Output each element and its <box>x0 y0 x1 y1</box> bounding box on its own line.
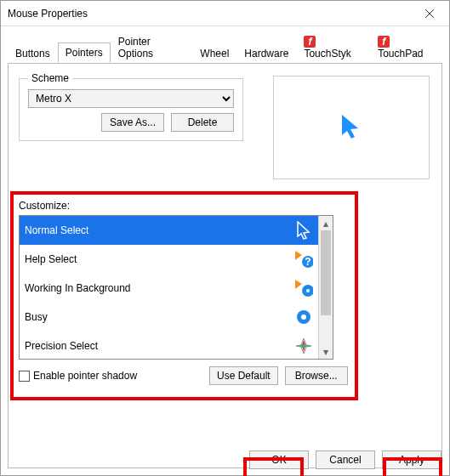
customize-label: Customize: <box>19 200 70 212</box>
cancel-button[interactable]: Cancel <box>316 450 375 469</box>
svg-marker-3 <box>298 222 309 239</box>
cursor-preview <box>273 76 430 179</box>
tabstrip: Buttons Pointers Pointer Options Wheel H… <box>1 26 449 63</box>
tab-wheel[interactable]: Wheel <box>192 43 236 63</box>
close-button[interactable] <box>410 1 449 26</box>
svg-point-9 <box>306 289 310 292</box>
list-item-normal-select[interactable]: Normal Select <box>20 216 318 245</box>
save-as-button[interactable]: Save As... <box>101 113 164 132</box>
scheme-legend: Scheme <box>28 72 72 84</box>
cursor-listbox[interactable]: Normal Select Help Select ? Working In B… <box>19 215 333 360</box>
list-item-working-background[interactable]: Working In Background <box>20 274 318 303</box>
svg-marker-14 <box>298 344 310 348</box>
arrow-cursor-icon <box>339 113 363 142</box>
synaptics-icon: f <box>304 36 316 48</box>
apply-button[interactable]: Apply <box>382 450 441 469</box>
svg-marker-4 <box>295 251 302 260</box>
list-item-busy[interactable]: Busy <box>20 303 318 332</box>
list-item-precision-select[interactable]: Precision Select <box>20 332 318 359</box>
scroll-thumb[interactable] <box>321 230 331 315</box>
mouse-properties-window: Mouse Properties Buttons Pointers Pointe… <box>0 0 450 476</box>
pointer-shadow-row: Enable pointer shadow <box>19 370 137 382</box>
titlebar: Mouse Properties <box>1 1 449 26</box>
svg-marker-2 <box>342 115 358 139</box>
close-icon <box>425 9 434 18</box>
svg-text:?: ? <box>305 256 310 268</box>
scroll-down-button[interactable]: ▾ <box>319 344 333 359</box>
listbox-scrollbar[interactable]: ▴ ▾ <box>318 216 333 359</box>
scheme-group: Scheme Metro X Save As... Delete <box>19 72 243 141</box>
tab-touchstyk[interactable]: fTouchStyk <box>296 31 370 63</box>
cursor-list-items: Normal Select Help Select ? Working In B… <box>20 216 318 359</box>
use-default-button[interactable]: Use Default <box>209 366 278 385</box>
working-cursor-icon <box>294 279 313 298</box>
tab-hardware[interactable]: Hardware <box>236 43 296 63</box>
window-title: Mouse Properties <box>8 8 88 20</box>
browse-button[interactable]: Browse... <box>285 366 348 385</box>
tab-touchpad[interactable]: fTouchPad <box>370 31 442 63</box>
tab-buttons[interactable]: Buttons <box>8 43 58 63</box>
pointer-shadow-label: Enable pointer shadow <box>33 370 137 382</box>
precision-cursor-icon <box>294 337 313 355</box>
dialog-buttons: OK Cancel Apply <box>249 450 441 469</box>
busy-cursor-icon <box>294 308 313 326</box>
delete-button[interactable]: Delete <box>171 113 234 132</box>
pointer-shadow-checkbox[interactable] <box>19 371 30 382</box>
arrow-cursor-icon <box>294 221 313 240</box>
synaptics-icon: f <box>378 36 390 48</box>
help-cursor-icon: ? <box>294 250 313 269</box>
svg-marker-7 <box>295 280 302 289</box>
scheme-select[interactable]: Metro X <box>28 89 234 108</box>
tab-body: Scheme Metro X Save As... Delete Customi… <box>8 63 442 468</box>
list-item-help-select[interactable]: Help Select ? <box>20 245 318 274</box>
tab-pointer-options[interactable]: Pointer Options <box>111 31 193 63</box>
tab-pointers[interactable]: Pointers <box>58 42 111 63</box>
svg-point-11 <box>301 314 306 320</box>
scroll-up-button[interactable]: ▴ <box>319 216 333 230</box>
ok-button[interactable]: OK <box>249 450 309 469</box>
